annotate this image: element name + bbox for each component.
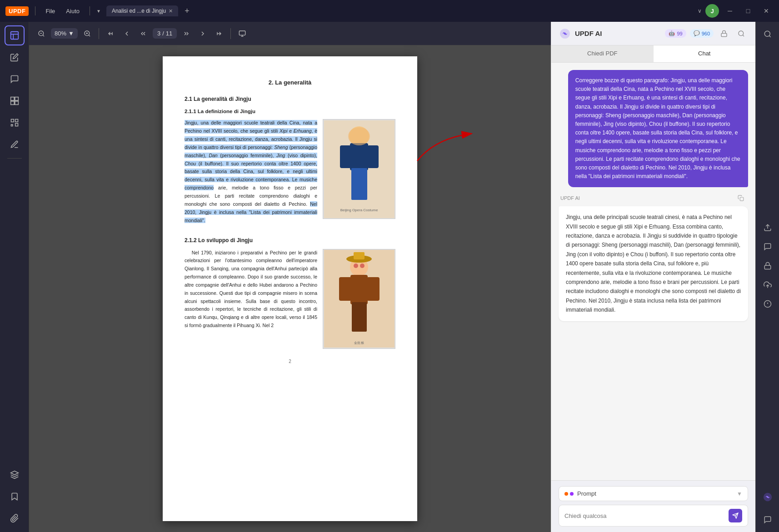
svg-line-12	[43, 35, 44, 36]
prev-page-button[interactable]	[120, 27, 134, 40]
zoom-selector[interactable]: 80% ▼	[51, 28, 78, 39]
sidebar-divider	[7, 158, 22, 159]
svg-rect-36	[339, 277, 352, 301]
right-sidebar-icon3[interactable]	[759, 238, 776, 255]
svg-rect-3	[10, 97, 14, 101]
active-tab[interactable]: Analisi ed ...e di Jingju ✕	[106, 5, 178, 16]
ai-token-badge2: 💬 960	[690, 29, 714, 38]
badge1-count: 99	[677, 31, 682, 36]
right-sidebar-icon2[interactable]	[759, 219, 776, 236]
left-sidebar	[0, 22, 29, 532]
file-menu[interactable]: File	[42, 6, 59, 16]
ai-message-header: UPDF AI	[559, 193, 748, 204]
tab-dropdown-icon[interactable]: ▼	[96, 9, 101, 14]
page-separator: /	[162, 30, 164, 37]
sidebar-ocr-icon[interactable]	[5, 113, 25, 133]
view-mode-button[interactable]	[235, 27, 249, 40]
ai-input-row	[559, 505, 748, 527]
svg-rect-5	[10, 101, 14, 105]
titlebar-divider2	[90, 6, 90, 15]
sidebar-bookmark-icon[interactable]	[5, 487, 25, 507]
sidebar-layers-icon[interactable]	[5, 465, 25, 485]
user-avatar[interactable]: J	[705, 4, 719, 18]
toolbar-separator1	[99, 28, 99, 39]
zoom-in-button[interactable]	[80, 27, 94, 40]
right-sidebar-ai-icon[interactable]	[759, 488, 776, 506]
main-area: 80% ▼ 3 / 11	[0, 22, 779, 532]
zoom-level: 80%	[55, 30, 66, 37]
svg-rect-30	[351, 168, 367, 200]
close-button[interactable]: ✕	[759, 4, 774, 18]
right-sidebar-icon5[interactable]	[759, 276, 776, 293]
sidebar-comment-icon[interactable]	[5, 69, 25, 89]
highlighted-text: Jingju, una delle maggiori scuole teatra…	[185, 120, 317, 190]
ai-tab-bar: Chiedi PDF Chat	[551, 45, 755, 63]
minimize-button[interactable]: ─	[723, 4, 737, 18]
pdf-col-left-2: Nel 1790, iniziarono i preparativi a Pec…	[185, 249, 317, 349]
svg-line-15	[89, 35, 90, 36]
right-sidebar-icon1[interactable]	[759, 25, 776, 43]
zoom-out-button[interactable]	[35, 27, 48, 40]
prev-section-button[interactable]	[136, 27, 150, 40]
maximize-button[interactable]: □	[741, 4, 755, 18]
prompt-bar[interactable]: Prompt ▼	[559, 486, 748, 501]
next-page-button[interactable]	[196, 27, 210, 40]
svg-rect-7	[11, 119, 14, 122]
sidebar-attachment-icon[interactable]	[5, 508, 25, 528]
pdf-viewer[interactable]: 2. La generalità 2.1 La generalità di Ji…	[29, 45, 551, 532]
ai-panel: UPDF AI 🤖 99 💬 960 Chiedi PDF Chat	[551, 22, 755, 532]
next-section-button[interactable]	[180, 27, 193, 40]
ai-header: UPDF AI 🤖 99 💬 960	[551, 22, 755, 45]
ai-lock-icon[interactable]	[717, 27, 731, 40]
tab-chat[interactable]: Chat	[654, 45, 756, 62]
svg-point-31	[348, 127, 370, 145]
ai-send-button[interactable]	[729, 509, 742, 522]
prompt-dot-purple	[570, 492, 574, 496]
ai-chat-input[interactable]	[564, 512, 725, 519]
pdf-col-left: Jingju, una delle maggiori scuole teatra…	[185, 119, 317, 224]
ai-response-text: Jingju, una delle principali scuole teat…	[559, 206, 748, 321]
ai-search-icon[interactable]	[734, 27, 748, 40]
right-sidebar-icon6[interactable]	[759, 295, 776, 313]
svg-rect-50	[740, 198, 744, 201]
pdf-page-number: 2	[185, 358, 395, 365]
right-sidebar-icon4[interactable]	[759, 257, 776, 274]
titlebar-expand-icon[interactable]: ∨	[698, 8, 702, 14]
titlebar-divider	[35, 6, 35, 15]
total-pages: 11	[166, 30, 172, 37]
svg-point-46	[564, 32, 566, 34]
sidebar-edit-icon[interactable]	[5, 47, 25, 67]
ai-copy-button[interactable]	[735, 193, 746, 204]
svg-rect-9	[15, 124, 18, 126]
first-page-button[interactable]	[104, 27, 117, 40]
tab-close-button[interactable]: ✕	[169, 8, 173, 14]
highlighted-text-end: Nel 2010, Jingju è inclusa nella "Lista …	[185, 201, 317, 223]
pdf-col-right-2: 金批 猴	[323, 249, 395, 349]
tab-chiedi-pdf[interactable]: Chiedi PDF	[551, 45, 654, 62]
ai-token-badge1: 🤖 99	[665, 29, 686, 38]
tab-label: Analisi ed ...e di Jingju	[112, 8, 166, 14]
pdf-highlighted-body: Jingju, una delle maggiori scuole teatra…	[185, 119, 317, 224]
last-page-button[interactable]	[212, 27, 226, 40]
current-page: 3	[157, 30, 160, 37]
new-tab-button[interactable]: +	[182, 6, 192, 16]
sidebar-pages-icon[interactable]	[5, 91, 25, 111]
right-sidebar-comment-icon[interactable]	[759, 511, 776, 528]
page-indicator[interactable]: 3 / 11	[153, 28, 177, 39]
sidebar-sign-icon[interactable]	[5, 134, 25, 154]
ai-chat-area[interactable]: Correggere bozze di questo paragrafo: Ji…	[551, 63, 755, 480]
ai-input-area: Prompt ▼	[551, 480, 755, 532]
help-menu[interactable]: Aiuto	[62, 6, 83, 16]
svg-rect-28	[340, 145, 351, 168]
prompt-icon	[564, 492, 574, 496]
pdf-image-1: Beijing Opera Costume	[323, 119, 395, 219]
app-logo: UPDF	[5, 6, 29, 16]
svg-rect-42	[354, 252, 365, 259]
badge2-icon: 💬	[694, 30, 700, 36]
sidebar-read-icon[interactable]	[5, 25, 25, 45]
ai-panel-title: UPDF AI	[575, 30, 661, 37]
svg-text:Beijing Opera Costume: Beijing Opera Costume	[340, 208, 378, 212]
toolbar: 80% ▼ 3 / 11	[29, 22, 551, 45]
right-mini-sidebar	[755, 22, 779, 532]
badge1-icon: 🤖	[669, 30, 675, 36]
